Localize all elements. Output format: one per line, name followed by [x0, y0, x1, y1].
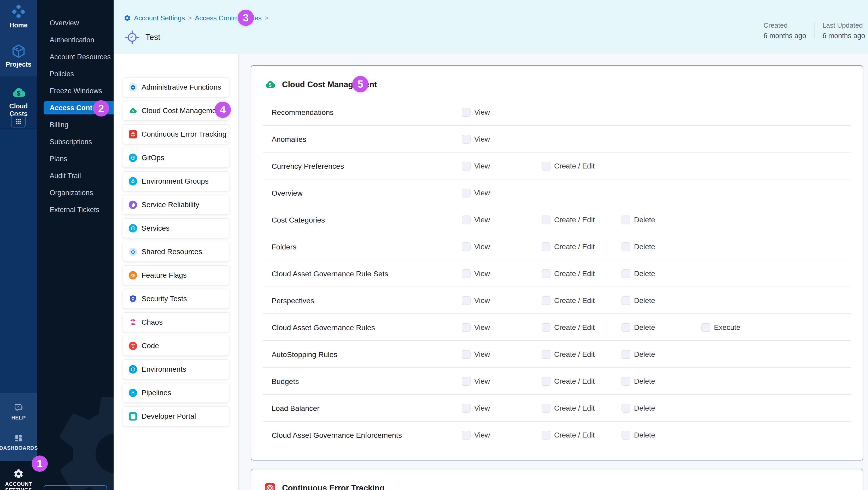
execute-checkbox[interactable]	[702, 323, 710, 332]
create-checkbox[interactable]	[541, 269, 551, 278]
settings-nav-item-overview[interactable]: Overview	[37, 14, 114, 32]
permission-create: Create / Edit	[541, 431, 595, 439]
permission-row-overview: OverviewView	[251, 179, 863, 206]
permission-label: Delete	[634, 270, 655, 278]
delete-checkbox[interactable]	[621, 431, 630, 439]
rail-item-home[interactable]: Home	[0, 4, 37, 29]
module-card-administrative-functions[interactable]: Administrative Functions	[123, 77, 229, 97]
settings-nav-item-account-resources[interactable]: Account Resources	[37, 49, 114, 66]
module-card-label: Shared Resources	[142, 248, 202, 256]
env-groups-icon	[129, 177, 137, 185]
card-title: Continuous Error Tracking	[282, 484, 385, 490]
permission-label: View	[474, 162, 490, 170]
view-checkbox[interactable]	[462, 162, 470, 171]
module-card-services[interactable]: Services	[123, 218, 229, 238]
delete-checkbox[interactable]	[621, 350, 630, 359]
view-checkbox[interactable]	[462, 296, 470, 305]
create-checkbox[interactable]	[541, 323, 551, 332]
view-checkbox[interactable]	[462, 269, 470, 278]
view-checkbox[interactable]	[462, 215, 470, 224]
view-checkbox[interactable]	[462, 323, 470, 332]
annotation-badge-1: 1	[32, 456, 48, 472]
delete-checkbox[interactable]	[621, 215, 630, 224]
settings-nav-item-billing[interactable]: Billing	[37, 117, 114, 133]
resource-label: Folders	[272, 242, 297, 251]
view-checkbox[interactable]	[462, 377, 470, 386]
settings-nav-item-subscriptions[interactable]: Subscriptions	[37, 133, 114, 150]
create-checkbox[interactable]	[541, 431, 551, 439]
settings-nav-item-freeze-windows[interactable]: Freeze Windows	[37, 83, 114, 99]
delete-checkbox[interactable]	[621, 404, 630, 413]
permission-label: View	[474, 377, 490, 386]
create-checkbox[interactable]	[541, 377, 551, 386]
annotation-badge-4: 4	[215, 101, 231, 118]
module-card-feature-flags[interactable]: Feature Flags	[123, 265, 229, 285]
permission-delete: Delete	[621, 431, 655, 439]
cloud-dollar-icon: $	[129, 106, 137, 115]
settings-nav-item-plans[interactable]: Plans	[37, 150, 114, 167]
permission-label: Create / Edit	[554, 377, 595, 386]
view-checkbox[interactable]	[462, 431, 470, 439]
view-checkbox[interactable]	[462, 108, 470, 117]
module-card-environment-groups[interactable]: Environment Groups	[123, 171, 229, 191]
permission-create: Create / Edit	[541, 162, 595, 171]
delete-checkbox[interactable]	[621, 296, 630, 305]
view-checkbox[interactable]	[462, 189, 470, 197]
permission-row-cost-categories: Cost CategoriesViewCreate / EditDelete	[251, 206, 863, 233]
permission-create: Create / Edit	[541, 269, 595, 278]
module-card-label: Cloud Cost Management	[142, 106, 222, 115]
module-card-developer-portal[interactable]: Developer Portal	[123, 406, 229, 426]
permission-view: View	[462, 135, 490, 144]
sidebar-bottom-button[interactable]	[43, 485, 107, 490]
create-checkbox[interactable]	[541, 296, 551, 305]
pipeline-nodes-icon	[129, 389, 137, 397]
view-checkbox[interactable]	[462, 350, 470, 359]
delete-checkbox[interactable]	[621, 242, 630, 251]
module-card-cloud-cost-management[interactable]: $Cloud Cost Management	[123, 101, 229, 121]
permission-delete: Delete	[621, 350, 655, 359]
delete-checkbox[interactable]	[621, 377, 630, 386]
module-card-environments[interactable]: Environments	[123, 359, 229, 379]
permission-delete: Delete	[621, 215, 655, 224]
permission-label: View	[474, 189, 490, 197]
module-card-code[interactable]: Code	[123, 336, 229, 356]
module-card-shared-resources[interactable]: Shared Resources	[123, 242, 229, 262]
create-checkbox[interactable]	[541, 242, 551, 251]
view-checkbox[interactable]	[462, 242, 470, 251]
create-checkbox[interactable]	[541, 350, 551, 359]
module-card-gitops[interactable]: GitOps	[123, 148, 229, 168]
create-checkbox[interactable]	[541, 404, 551, 413]
module-card-service-reliability[interactable]: Service Reliability	[123, 195, 229, 215]
permission-label: Create / Edit	[554, 297, 595, 305]
settings-nav-item-audit-trail[interactable]: Audit Trail	[37, 167, 114, 184]
rail-item-help[interactable]: ? HELP	[0, 402, 37, 421]
rail-item-dashboards[interactable]: DASHBOARDS	[0, 434, 37, 451]
breadcrumb-account-settings[interactable]: Account Settings	[134, 14, 185, 22]
rail-item-cloud-costs[interactable]: $ Cloud Costs	[0, 85, 37, 118]
module-card-continuous-error-tracking[interactable]: Continuous Error Tracking	[123, 124, 229, 144]
rail-item-account-settings[interactable]: ACCOUNT SETTINGS	[0, 468, 37, 490]
module-card-label: Environments	[142, 365, 186, 373]
module-card-chaos[interactable]: Chaos	[123, 312, 229, 332]
permission-label: View	[474, 431, 490, 439]
module-picker-button[interactable]	[11, 115, 26, 127]
settings-nav-item-organizations[interactable]: Organizations	[37, 184, 114, 202]
module-card-security-tests[interactable]: Security Tests	[123, 289, 229, 309]
module-card-pipelines[interactable]: Pipelines	[123, 383, 229, 403]
module-card-label: Continuous Error Tracking	[142, 130, 226, 139]
delete-checkbox[interactable]	[621, 269, 630, 278]
permission-row-recommendations: RecommendationsView	[251, 99, 863, 126]
gear-watermark-icon	[48, 386, 114, 490]
permission-view: View	[462, 296, 490, 305]
view-checkbox[interactable]	[462, 404, 470, 413]
chaos-arrows-icon	[129, 318, 137, 327]
create-checkbox[interactable]	[541, 162, 551, 171]
rail-item-projects[interactable]: Projects	[0, 44, 37, 68]
settings-nav-item-external-tickets[interactable]: External Tickets	[37, 202, 114, 218]
delete-checkbox[interactable]	[621, 323, 630, 332]
view-checkbox[interactable]	[462, 135, 470, 144]
rail-item-label: ACCOUNT SETTINGS	[3, 481, 34, 490]
create-checkbox[interactable]	[541, 215, 551, 224]
settings-nav-item-authentication[interactable]: Authentication	[37, 32, 114, 49]
settings-nav-item-policies[interactable]: Policies	[37, 66, 114, 83]
